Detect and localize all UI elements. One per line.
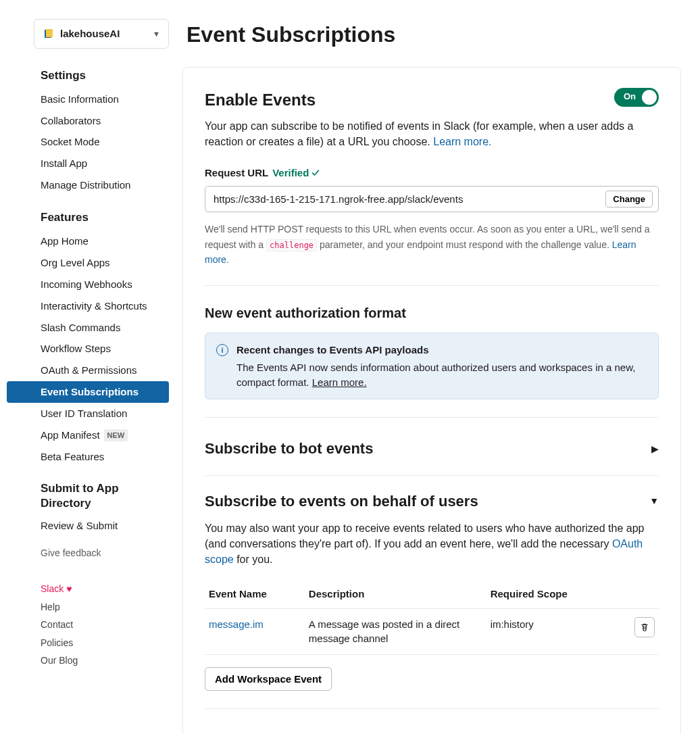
nav-review-submit[interactable]: Review & Submit — [7, 515, 169, 537]
caret-down-icon: ▼ — [649, 494, 659, 508]
enable-learn-more-link[interactable]: Learn more. — [433, 136, 491, 147]
unfurl-domains-heading: App unfurl domains — [205, 729, 345, 734]
nav-org-level-apps[interactable]: Org Level Apps — [7, 252, 169, 274]
request-url-field: Change — [205, 186, 659, 212]
footer-slack[interactable]: Slack ♥ — [41, 580, 162, 597]
info-body: The Events API now sends information abo… — [236, 360, 647, 390]
page-title: Event Subscriptions — [186, 19, 681, 51]
bot-events-toggle[interactable]: Subscribe to bot events ▶ — [205, 435, 659, 462]
app-icon — [43, 28, 55, 40]
trash-icon — [640, 622, 649, 632]
nav-user-id-translation[interactable]: User ID Translation — [7, 403, 169, 424]
bot-events-heading: Subscribe to bot events — [205, 438, 373, 460]
caret-down-icon: ▼ — [153, 28, 160, 39]
event-scope: im:history — [486, 608, 614, 655]
user-events-description: You may also want your app to receive ev… — [205, 520, 659, 568]
col-event-name: Event Name — [205, 580, 305, 608]
enable-events-toggle[interactable]: On — [614, 88, 659, 107]
heart-icon: ♥ — [66, 583, 72, 594]
verified-badge: Verified — [272, 166, 320, 180]
footer-help[interactable]: Help — [41, 598, 162, 616]
user-events-table: Event Name Description Required Scope me… — [205, 580, 659, 656]
challenge-code: challenge — [266, 239, 317, 251]
nav-beta-features[interactable]: Beta Features — [7, 446, 169, 468]
nav-socket-mode[interactable]: Socket Mode — [7, 131, 169, 153]
new-badge: NEW — [104, 429, 128, 441]
enable-description: Your app can subscribe to be notified of… — [205, 118, 659, 150]
footer-contact[interactable]: Contact — [41, 616, 162, 633]
change-button[interactable]: Change — [605, 191, 653, 207]
nav-workflow-steps[interactable]: Workflow Steps — [7, 338, 169, 360]
user-events-toggle[interactable]: Subscribe to events on behalf of users ▼ — [205, 488, 659, 515]
nav-app-manifest[interactable]: App Manifest NEW — [7, 424, 169, 446]
nav-slash-commands[interactable]: Slash Commands — [7, 317, 169, 339]
enable-events-heading: Enable Events — [205, 88, 316, 112]
features-heading: Features — [7, 204, 169, 230]
toggle-label: On — [624, 91, 636, 103]
info-learn-more-link[interactable]: Learn more. — [312, 376, 367, 388]
table-row: message.im A message was posted in a dir… — [205, 608, 659, 655]
nav-interactivity[interactable]: Interactivity & Shortcuts — [7, 295, 169, 317]
unfurl-domains-toggle[interactable]: App unfurl domains ▶ — [205, 727, 659, 734]
add-workspace-event-button[interactable]: Add Workspace Event — [205, 667, 332, 691]
main-content: Event Subscriptions Enable Events On You… — [176, 0, 700, 734]
svg-rect-1 — [46, 29, 53, 37]
nav-app-manifest-label: App Manifest — [41, 428, 100, 443]
check-icon — [311, 169, 320, 177]
footer-links: Slack ♥ Help Contact Policies Our Blog — [7, 566, 169, 669]
nav-oauth-permissions[interactable]: OAuth & Permissions — [7, 360, 169, 381]
settings-heading: Settings — [7, 62, 169, 89]
app-selector[interactable]: lakehouseAI ▼ — [34, 19, 169, 49]
nav-app-home[interactable]: App Home — [7, 230, 169, 252]
auth-format-heading: New event authorization format — [205, 303, 659, 323]
footer-slack-label: Slack — [41, 583, 64, 594]
nav-basic-information[interactable]: Basic Information — [7, 89, 169, 110]
nav-manage-distribution[interactable]: Manage Distribution — [7, 174, 169, 196]
info-box: i Recent changes to Events API payloads … — [205, 333, 659, 400]
info-icon: i — [216, 344, 228, 356]
footer-blog[interactable]: Our Blog — [41, 652, 162, 669]
request-url-label-row: Request URL Verified — [205, 166, 659, 180]
app-name: lakehouseAI — [60, 26, 147, 41]
request-url-input[interactable] — [205, 187, 603, 212]
info-title: Recent changes to Events API payloads — [236, 343, 647, 358]
col-description: Description — [305, 580, 486, 608]
nav-install-app[interactable]: Install App — [7, 153, 169, 174]
user-events-heading: Subscribe to events on behalf of users — [205, 491, 478, 512]
nav-incoming-webhooks[interactable]: Incoming Webhooks — [7, 274, 169, 295]
give-feedback-link[interactable]: Give feedback — [7, 537, 169, 566]
footer-policies[interactable]: Policies — [41, 634, 162, 652]
nav-collaborators[interactable]: Collaborators — [7, 110, 169, 132]
col-required-scope: Required Scope — [486, 580, 614, 608]
settings-card: Enable Events On Your app can subscribe … — [182, 67, 681, 734]
delete-event-button[interactable] — [634, 617, 655, 637]
nav-event-subscriptions[interactable]: Event Subscriptions — [7, 381, 169, 403]
event-description: A message was posted in a direct message… — [305, 608, 486, 655]
request-url-helper: We'll send HTTP POST requests to this UR… — [205, 222, 659, 267]
event-name-link[interactable]: message.im — [209, 618, 264, 630]
request-url-label: Request URL — [205, 166, 268, 180]
toggle-knob — [642, 90, 657, 105]
submit-heading: Submit to App Directory — [7, 476, 169, 515]
sidebar: lakehouseAI ▼ Settings Basic Information… — [0, 0, 176, 734]
caret-right-icon: ▶ — [651, 442, 659, 456]
